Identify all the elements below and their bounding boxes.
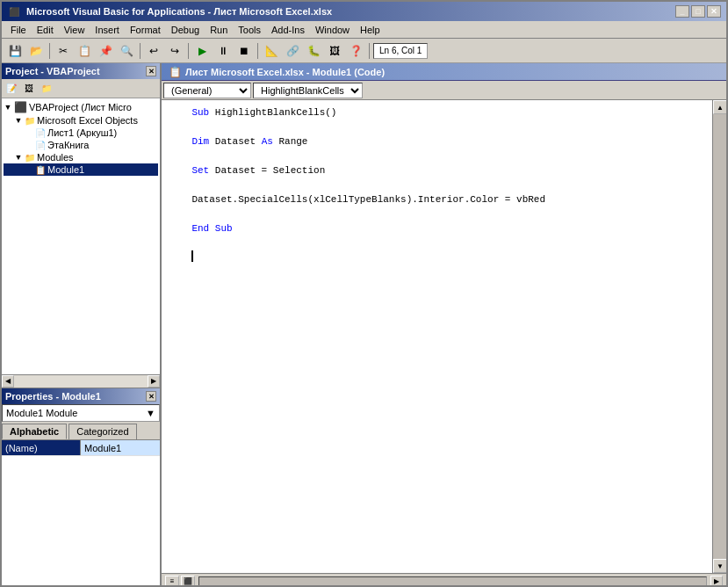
- code-bottom-bar: ≡ ⬛ ▶: [162, 573, 726, 587]
- toolbar-copy-btn[interactable]: 📋: [75, 41, 94, 61]
- toolbar-redo-btn[interactable]: ↪: [165, 41, 184, 61]
- proc-view-btn[interactable]: ≡: [165, 576, 179, 588]
- tree-excel-objects[interactable]: ▼ 📁 Microsoft Excel Objects: [4, 114, 158, 127]
- separator-5: [369, 43, 370, 59]
- toolbar-run-btn[interactable]: ▶: [192, 41, 212, 61]
- project-tree[interactable]: ▼ ⬛ VBAProject (Лист Micro ▼ 📁 Microsoft…: [2, 98, 160, 374]
- full-module-btn[interactable]: ⬛: [181, 576, 195, 588]
- minimize-button[interactable]: _: [675, 5, 689, 18]
- properties-panel: Properties - Module1 ✕ Module1 Module ▼ …: [2, 388, 160, 587]
- separator-2: [140, 43, 141, 59]
- code-hscroll-track[interactable]: [198, 576, 707, 587]
- menu-edit[interactable]: Edit: [32, 23, 59, 37]
- right-panel: 📋 Лист Microsoft Excel.xlsx - Module1 (C…: [162, 63, 726, 587]
- object-selector-value: Module1 Module: [6, 408, 77, 418]
- toolbar-find-btn[interactable]: 🔍: [117, 41, 136, 61]
- code-main: Sub HighlightBlankCells() Dim Dataset As…: [162, 100, 726, 573]
- menu-help[interactable]: Help: [355, 23, 386, 37]
- toolbar: 💾 📂 ✂ 📋 📌 🔍 ↩ ↪ ▶ ⏸ ⏹ 📐 🔗 🐛 🖼 ❓ Ln 6, Co…: [2, 39, 726, 63]
- maximize-button[interactable]: □: [691, 5, 705, 18]
- menu-tools[interactable]: Tools: [233, 23, 266, 37]
- toolbar-break-btn[interactable]: ⏸: [213, 41, 233, 61]
- code-line-6: [169, 250, 705, 265]
- text-cursor: [191, 250, 193, 262]
- window-controls: _ □ ✕: [675, 5, 721, 18]
- code-vertical-scrollbar[interactable]: ▲ ▼: [712, 100, 726, 573]
- tab-alphabetic[interactable]: Alphabetic: [2, 424, 67, 439]
- project-title-text: Project - VBAProject: [5, 66, 100, 76]
- properties-panel-title: Properties - Module1 ✕: [2, 388, 160, 404]
- properties-close-button[interactable]: ✕: [146, 391, 156, 402]
- title-bar: ⬛ Microsoft Visual Basic for Application…: [2, 2, 726, 21]
- menu-insert[interactable]: Insert: [90, 23, 125, 37]
- code-line-4: Dataset.SpecialCells(xlCellTypeBlanks).I…: [169, 192, 705, 207]
- left-panel: Project - VBAProject ✕ 📝 🖼 📁 ▼ ⬛ VBAProj…: [2, 63, 162, 587]
- toolbar-refs-btn[interactable]: 🔗: [283, 41, 302, 61]
- menu-window[interactable]: Window: [310, 23, 355, 37]
- hscroll-right-btn[interactable]: ▶: [710, 576, 723, 588]
- property-name: (Name): [2, 440, 81, 455]
- code-line-2: Dim Dataset As Range: [169, 134, 705, 149]
- project-panel-title: Project - VBAProject ✕: [2, 63, 160, 79]
- code-context-bar: (General) HighlightBlankCells: [162, 81, 726, 100]
- toolbar-cut-btn[interactable]: ✂: [54, 41, 73, 61]
- main-container: Project - VBAProject ✕ 📝 🖼 📁 ▼ ⬛ VBAProj…: [2, 63, 726, 587]
- separator-1: [49, 43, 50, 59]
- menu-debug[interactable]: Debug: [166, 23, 205, 37]
- project-close-button[interactable]: ✕: [146, 66, 156, 76]
- toolbar-stop-btn[interactable]: ⏹: [234, 41, 254, 61]
- app-icon: ⬛: [7, 4, 21, 18]
- toggle-folders-btn[interactable]: 📁: [39, 81, 54, 97]
- scroll-up-btn[interactable]: ▲: [713, 100, 726, 114]
- tree-modules[interactable]: ▼ 📁 Modules: [4, 151, 158, 163]
- tab-categorized[interactable]: Categorized: [68, 424, 136, 439]
- toolbar-userform-btn[interactable]: 🖼: [325, 41, 344, 61]
- menu-file[interactable]: File: [5, 23, 32, 37]
- toolbar-debug-btn[interactable]: 🐛: [304, 41, 323, 61]
- title-text: Microsoft Visual Basic for Applications …: [26, 6, 332, 17]
- code-line-1: Sub HighlightBlankCells(): [169, 105, 705, 120]
- scroll-right-btn[interactable]: ▶: [148, 375, 160, 388]
- procedure-dropdown[interactable]: HighlightBlankCells: [253, 83, 363, 98]
- view-object-btn[interactable]: 🖼: [21, 81, 37, 97]
- scroll-track-v[interactable]: [713, 114, 726, 559]
- toolbar-design-btn[interactable]: 📐: [262, 41, 281, 61]
- position-display: Ln 6, Col 1: [373, 43, 428, 59]
- view-code-btn[interactable]: 📝: [4, 81, 19, 97]
- scroll-track[interactable]: [14, 375, 148, 388]
- bottom-icon-group: ≡ ⬛: [165, 576, 195, 588]
- code-line-3: Set Dataset = Selection: [169, 163, 705, 178]
- toolbar-help-btn[interactable]: ❓: [346, 41, 365, 61]
- menu-addins[interactable]: Add-Ins: [266, 23, 310, 37]
- project-toolbar: 📝 🖼 📁: [2, 79, 160, 98]
- close-button[interactable]: ✕: [707, 5, 721, 18]
- tree-etakniga[interactable]: 📄 ЭтаКнига: [4, 139, 158, 151]
- menu-run[interactable]: Run: [205, 23, 233, 37]
- tree-vbaproject[interactable]: ▼ ⬛ VBAProject (Лист Micro: [4, 100, 158, 114]
- tree-list1[interactable]: 📄 Лист1 (Аркуш1): [4, 127, 158, 139]
- code-title-text: Лист Microsoft Excel.xlsx - Module1 (Cod…: [185, 67, 385, 77]
- code-window-title: 📋 Лист Microsoft Excel.xlsx - Module1 (C…: [162, 63, 726, 81]
- toolbar-save-btn[interactable]: 💾: [5, 41, 25, 61]
- properties-title-text: Properties - Module1: [5, 391, 101, 402]
- code-editor[interactable]: Sub HighlightBlankCells() Dim Dataset As…: [162, 100, 712, 573]
- tree-module1[interactable]: 📋 Module1: [4, 163, 158, 176]
- project-panel: Project - VBAProject ✕ 📝 🖼 📁 ▼ ⬛ VBAProj…: [2, 63, 160, 388]
- separator-3: [188, 43, 189, 59]
- object-selector[interactable]: Module1 Module ▼: [2, 404, 160, 422]
- menu-format[interactable]: Format: [125, 23, 166, 37]
- toolbar-btn2[interactable]: 📂: [26, 41, 46, 61]
- toolbar-paste-btn[interactable]: 📌: [96, 41, 115, 61]
- properties-grid: (Name) Module1: [2, 440, 160, 587]
- toolbar-undo-btn[interactable]: ↩: [144, 41, 163, 61]
- scroll-left-btn[interactable]: ◀: [2, 375, 14, 388]
- scroll-down-btn[interactable]: ▼: [713, 559, 726, 573]
- property-value: Module1: [81, 440, 160, 455]
- menu-view[interactable]: View: [59, 23, 90, 37]
- project-hscroll[interactable]: ◀ ▶: [2, 374, 160, 387]
- separator-4: [257, 43, 258, 59]
- code-line-5: End Sub: [169, 221, 705, 236]
- property-row-name[interactable]: (Name) Module1: [2, 440, 160, 456]
- property-tabs: Alphabetic Categorized: [2, 422, 160, 440]
- object-dropdown[interactable]: (General): [163, 83, 251, 98]
